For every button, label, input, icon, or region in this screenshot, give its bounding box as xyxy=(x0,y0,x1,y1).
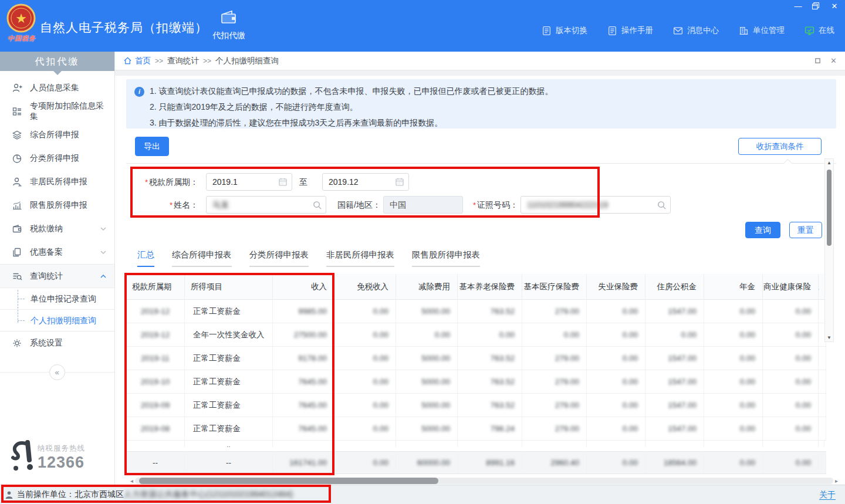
table-cell: 279.00 xyxy=(522,394,587,417)
table-cell: 0.00 xyxy=(587,417,645,441)
table-row-3[interactable]: 2019-10正常工资薪金7645.000.005000.00763.52279… xyxy=(126,370,824,394)
tab-2[interactable]: 分类所得申报表 xyxy=(249,249,309,267)
close-icon[interactable]: ✕ xyxy=(830,2,839,11)
table-cell: 0.00 xyxy=(587,347,645,370)
nationality-label: 国籍/地区： xyxy=(330,196,381,214)
sidebar-item-4[interactable]: 非居民所得申报 xyxy=(0,170,114,194)
tax-bureau-logo: ★ 中国税务 xyxy=(5,2,39,49)
header-link-1[interactable]: 操作手册 xyxy=(607,25,653,36)
monitor-check-icon xyxy=(805,26,814,36)
calendar-icon[interactable] xyxy=(395,177,405,187)
panel-close-icon[interactable]: ✕ xyxy=(830,57,837,65)
table-cell: 0.00 xyxy=(763,394,819,417)
table-cell: 0.00 xyxy=(763,370,819,394)
search-icon[interactable] xyxy=(657,200,667,210)
table-cell: 0.00 xyxy=(334,394,396,417)
table-summary-row[interactable]: ----161741.000.0060000.008991.162960.400… xyxy=(126,451,824,474)
table-cell: 5000.00 xyxy=(396,370,458,394)
table-row-4[interactable]: 2019-09正常工资薪金7645.000.005000.00763.52279… xyxy=(126,394,824,417)
app-window: ★ 中国税务 自然人电子税务局（扣缴端） 代扣代缴 版本切换 操作手册 xyxy=(0,0,845,504)
form-caret xyxy=(783,159,793,168)
breadcrumb-separator: >> xyxy=(155,57,163,65)
restore-icon[interactable] xyxy=(812,2,821,11)
table-cell: 5000.00 xyxy=(396,300,458,323)
sidebar: 代扣代缴 人员信息采集 专项附加扣除信息采集 综合所得申报 分类所得申报 非 xyxy=(0,52,115,485)
table-cell: -- xyxy=(185,451,273,474)
table-cell: 0.00 xyxy=(763,300,819,323)
table-cell: 正常工资薪金 xyxy=(185,417,273,441)
table-cell: 9985.00 xyxy=(273,300,334,323)
mail-icon xyxy=(673,26,683,36)
sidebar-subitem-8-0[interactable]: 单位申报记录查询 xyxy=(0,287,114,309)
table-cell: 0.00 xyxy=(704,417,763,441)
sidebar-item-8[interactable]: 查询统计 xyxy=(0,264,114,287)
tab-0[interactable]: 汇总 xyxy=(137,249,154,267)
sidebar-item-9[interactable]: 系统设置 xyxy=(0,332,114,355)
calendar-icon[interactable] xyxy=(278,177,288,187)
scroll-down-icon[interactable]: ▼ xyxy=(825,335,833,340)
chevron-down-icon xyxy=(100,227,106,231)
sidebar-collapse-button[interactable]: « xyxy=(49,364,65,380)
tab-3[interactable]: 非居民所得申报表 xyxy=(326,249,394,267)
table-cell: 2019-12 xyxy=(126,323,185,347)
sidebar-item-7[interactable]: 优惠备案 xyxy=(0,241,114,264)
table-cell: 2960.40 xyxy=(522,451,587,474)
period-start-input[interactable]: 2019.1 xyxy=(206,173,292,191)
vertical-scrollbar[interactable]: ▲ ▼ xyxy=(824,158,834,342)
chevron-down-icon xyxy=(100,251,106,254)
query-button[interactable]: 查询 xyxy=(745,222,780,238)
reset-button[interactable]: 重置 xyxy=(789,222,822,238)
period-end-input[interactable]: 2019.12 xyxy=(322,173,409,191)
table-row-2[interactable]: 2019-11正常工资薪金9178.000.005000.00763.52279… xyxy=(126,347,824,370)
sidebar-item-5[interactable]: 限售股所得申报 xyxy=(0,194,114,217)
module-tab-daikoudaijiao[interactable]: 代扣代缴 xyxy=(203,9,255,41)
vertical-scroll-thumb[interactable] xyxy=(827,170,832,246)
sidebar-item-1[interactable]: 专项附加扣除信息采集 xyxy=(0,100,114,123)
result-tabs: 汇总综合所得申报表分类所得申报表非居民所得申报表限售股所得申报表 xyxy=(137,249,480,267)
tab-1[interactable]: 综合所得申报表 xyxy=(172,249,232,267)
header-link-0[interactable]: 版本切换 xyxy=(542,25,587,36)
search-icon[interactable] xyxy=(312,200,322,210)
sidebar-subitem-8-1[interactable]: 个人扣缴明细查询 xyxy=(0,309,114,331)
table-row-0[interactable]: 2019-12正常工资薪金9985.000.005000.00763.52279… xyxy=(126,300,824,323)
header-link-2[interactable]: 消息中心 xyxy=(673,25,719,36)
scroll-up-icon[interactable]: ▲ xyxy=(825,160,833,165)
tab-4[interactable]: 限售股所得申报表 xyxy=(412,249,480,267)
name-input[interactable]: 马某 xyxy=(206,196,326,214)
sidebar-item-2[interactable]: 综合所得申报 xyxy=(0,123,114,147)
about-link[interactable]: 关于 xyxy=(819,490,836,500)
horizontal-scrollbar[interactable]: ◂ ▸ xyxy=(130,477,838,485)
table-cell: 0.00 xyxy=(704,451,763,474)
panel-maximize-icon[interactable] xyxy=(814,57,821,64)
table-cell: 全年一次性奖金收入 xyxy=(185,323,273,347)
emblem-icon: ★ xyxy=(5,2,39,35)
header-link-4[interactable]: 在线 xyxy=(805,25,834,36)
breadcrumb-home[interactable]: 首页 xyxy=(123,56,151,66)
scroll-right-icon[interactable]: ▸ xyxy=(835,477,838,485)
table-header-cell-5: 基本养老保险费 xyxy=(458,274,522,300)
table-cell: 2019-09 xyxy=(126,394,185,417)
module-tab-label: 代扣代缴 xyxy=(203,31,255,41)
result-table: 税款所属期所得项目收入免税收入减除费用基本养老保险费基本医疗保险费失业保险费住房… xyxy=(126,274,824,474)
table-cell: 正常工资薪金 xyxy=(185,370,273,394)
table-cell: 1547.00 xyxy=(645,417,704,441)
app-title: 自然人电子税务局（扣缴端） xyxy=(40,19,208,36)
minimize-icon[interactable]: — xyxy=(793,2,803,11)
sidebar-item-3[interactable]: 分类所得申报 xyxy=(0,147,114,170)
table-cell: 18564.00 xyxy=(645,451,704,474)
certificate-input[interactable]: 110102199904222119 xyxy=(520,196,671,214)
sidebar-item-0[interactable]: 人员信息采集 xyxy=(0,76,114,100)
table-row-5[interactable]: 2019-08正常工资薪金7645.000.005000.00798.24279… xyxy=(126,417,824,441)
export-button[interactable]: 导出 xyxy=(135,137,169,156)
table-cell: 60000.00 xyxy=(396,451,458,474)
sidebar-item-6[interactable]: 税款缴纳 xyxy=(0,217,114,241)
table-cell: 5000.00 xyxy=(396,417,458,441)
collapse-query-button[interactable]: 收折查询条件 xyxy=(738,138,822,155)
horizontal-scroll-thumb[interactable] xyxy=(139,478,438,484)
header-link-3[interactable]: 单位管理 xyxy=(739,25,785,36)
table-cell: 7645.00 xyxy=(273,394,334,417)
table-row-1[interactable]: 2019-12全年一次性奖金收入27500.000.000.000.000.00… xyxy=(126,323,824,347)
table-cell: 763.52 xyxy=(458,394,522,417)
scroll-left-icon[interactable]: ◂ xyxy=(130,477,133,485)
table-cell: 0.00 xyxy=(763,323,819,347)
